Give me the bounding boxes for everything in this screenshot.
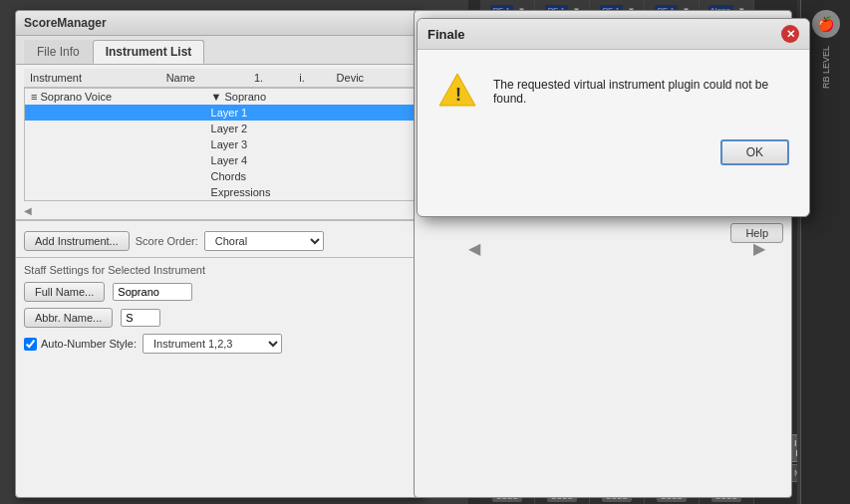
instrument-table: Instrument Name 1. i. Devic <box>24 69 415 88</box>
table-row-layer1[interactable]: Layer 1 <box>25 105 414 121</box>
row-layer2-instrument <box>25 121 205 136</box>
scroll-left-arrow[interactable]: ◀ <box>468 239 480 258</box>
row-layer3-name: Layer 3 <box>205 136 345 152</box>
apple-logo: 🍎 <box>812 10 840 38</box>
table-row-layer2[interactable]: Layer 2 <box>25 121 414 136</box>
row-layer1-instrument <box>25 105 205 121</box>
row-expressions-instrument <box>25 184 205 200</box>
row-expressions-name: Expressions <box>205 184 345 200</box>
full-name-button[interactable]: Full Name... <box>24 282 105 302</box>
auto-number-checkbox[interactable] <box>24 338 37 351</box>
row-layer3-instrument <box>25 136 205 152</box>
row-layer2-c5 <box>391 121 414 136</box>
col-instrument: Instrument <box>24 69 160 88</box>
row-parent-instrument: ≡ Soprano Voice <box>25 89 205 105</box>
abbr-name-button[interactable]: Abbr. Name... <box>24 308 113 328</box>
score-order-row: Add Instrument... Score Order: ChoralOrc… <box>24 231 415 251</box>
table-header-area: Instrument Name 1. i. Devic <box>16 65 423 88</box>
dialog-close-button[interactable]: ✕ <box>781 25 799 43</box>
dialog-title: Finale <box>427 27 465 42</box>
staff-settings-title: Staff Settings for Selected Instrument <box>24 264 415 276</box>
dialog-buttons: OK <box>418 129 809 175</box>
col-5: Devic <box>331 69 415 88</box>
staff-settings-section: Staff Settings for Selected Instrument F… <box>16 257 423 360</box>
col-name: Name <box>160 69 248 88</box>
svg-text:!: ! <box>455 85 461 105</box>
warning-icon: ! <box>437 70 477 110</box>
finale-dialog: Finale ✕ ! The requested virtual instrum… <box>417 18 810 217</box>
row-layer2-c4 <box>367 121 390 136</box>
abbr-name-row: Abbr. Name... <box>24 308 415 328</box>
tab-bar: File Info Instrument List <box>16 36 423 65</box>
dialog-ok-button[interactable]: OK <box>720 139 789 165</box>
rb-level-label: RB LEVEL <box>821 46 831 89</box>
row-layer1-c3 <box>344 105 367 121</box>
score-order-label: Score Order: <box>136 235 198 247</box>
row-chords-name: Chords <box>205 168 345 184</box>
instrument-table-scroll[interactable]: ≡ Soprano Voice ▼ Soprano Layer 1 Layer … <box>24 88 415 201</box>
dialog-titlebar: Finale ✕ <box>418 19 809 50</box>
scroll-indicator: ◀ <box>16 201 423 220</box>
score-manager-titlebar: ScoreManager <box>16 11 423 36</box>
row-parent-c4 <box>367 89 390 105</box>
score-manager-title: ScoreManager <box>24 16 107 30</box>
score-order-select[interactable]: ChoralOrchestralBandCustom <box>204 231 324 251</box>
row-parent-name: ▼ Soprano <box>205 89 345 105</box>
add-instrument-button[interactable]: Add Instrument... <box>24 231 130 251</box>
row-layer1-c5 <box>391 105 414 121</box>
tab-instrument-list[interactable]: Instrument List <box>93 40 205 64</box>
row-layer4-name: Layer 4 <box>205 152 345 168</box>
auto-number-row: Auto-Number Style: Instrument 1,2,3Instr… <box>24 334 415 354</box>
auto-number-checkbox-label: Auto-Number Style: <box>24 338 137 351</box>
auto-number-select[interactable]: Instrument 1,2,3Instrument I,II,IIINone <box>142 334 282 354</box>
scroll-right-arrow[interactable]: ▶ <box>753 239 765 258</box>
table-row-chords[interactable]: Chords <box>25 168 414 184</box>
table-row-parent[interactable]: ≡ Soprano Voice ▼ Soprano <box>25 89 414 105</box>
table-row-layer3[interactable]: Layer 3 <box>25 136 414 152</box>
row-layer2-name: Layer 2 <box>205 121 345 136</box>
dialog-body: ! The requested virtual instrument plugi… <box>418 50 809 129</box>
full-name-row: Full Name... <box>24 282 415 302</box>
instrument-data-table: ≡ Soprano Voice ▼ Soprano Layer 1 Layer … <box>25 89 414 200</box>
row-parent-c5 <box>391 89 414 105</box>
tab-file-info[interactable]: File Info <box>24 40 93 64</box>
row-chords-instrument <box>25 168 205 184</box>
dialog-message: The requested virtual instrument plugin … <box>493 70 789 106</box>
auto-number-label: Auto-Number Style: <box>41 338 137 350</box>
row-layer1-c4 <box>367 105 390 121</box>
abbr-name-input[interactable] <box>121 309 160 327</box>
bottom-controls: Add Instrument... Score Order: ChoralOrc… <box>16 220 423 257</box>
table-row-expressions[interactable]: Expressions <box>25 184 414 200</box>
row-layer1-name: Layer 1 <box>205 105 345 121</box>
score-manager-window: ScoreManager File Info Instrument List I… <box>15 10 424 498</box>
table-row-layer4[interactable]: Layer 4 <box>25 152 414 168</box>
row-layer4-instrument <box>25 152 205 168</box>
full-name-input[interactable] <box>113 283 192 301</box>
col-3: 1. <box>248 69 293 88</box>
col-4: i. <box>293 69 330 88</box>
row-parent-c3 <box>344 89 367 105</box>
row-layer2-c3 <box>344 121 367 136</box>
